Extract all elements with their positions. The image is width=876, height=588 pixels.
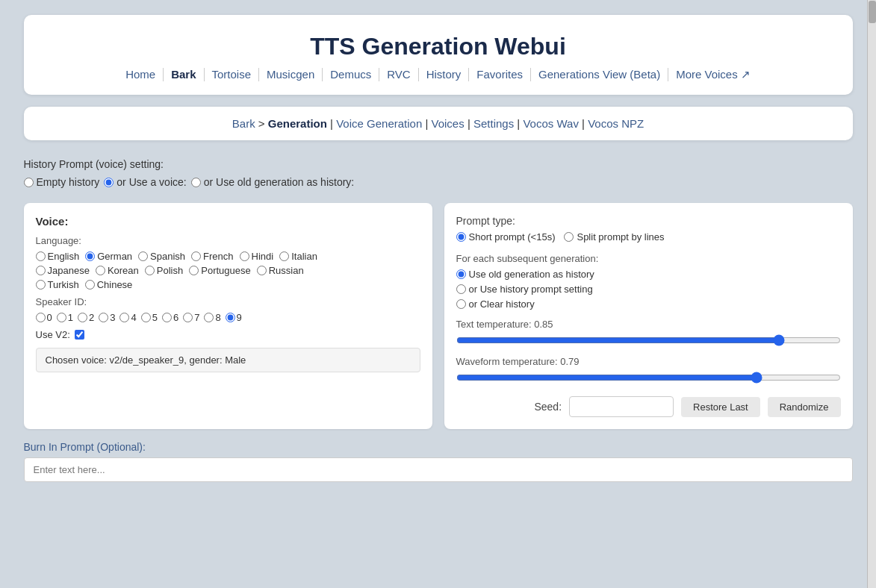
prompt-split-radio[interactable] — [564, 232, 574, 242]
nav-tortoise[interactable]: Tortoise — [205, 68, 260, 81]
lang-russian-radio[interactable] — [257, 266, 267, 275]
breadcrumb-bark[interactable]: Bark — [232, 117, 255, 130]
speaker-2-radio[interactable] — [78, 313, 87, 322]
use-v2-row: Use V2: — [36, 329, 420, 340]
history-old-gen-option[interactable]: or Use old generation as history: — [191, 176, 355, 188]
gen-clear-radio[interactable] — [456, 299, 466, 309]
lang-korean-radio[interactable] — [96, 266, 105, 275]
breadcrumb-vocos-wav[interactable]: Vocos Wav — [523, 117, 578, 130]
lang-turkish[interactable]: Turkish — [36, 279, 79, 290]
lang-hindi[interactable]: Hindi — [240, 251, 274, 262]
breadcrumb-generation: Generation — [268, 117, 327, 130]
lang-portuguese[interactable]: Portuguese — [189, 265, 251, 276]
lang-chinese[interactable]: Chinese — [85, 279, 133, 290]
lang-english[interactable]: English — [36, 251, 80, 262]
history-empty-radio[interactable] — [24, 178, 34, 187]
lang-russian[interactable]: Russian — [257, 265, 304, 276]
lang-english-radio[interactable] — [36, 251, 46, 261]
prompt-short-option[interactable]: Short prompt (<15s) — [456, 231, 556, 243]
nav-rvc[interactable]: RVC — [379, 68, 418, 81]
lang-french[interactable]: French — [191, 251, 233, 262]
gen-use-history-label: or Use history prompt setting — [469, 284, 593, 295]
lang-japanese-radio[interactable] — [36, 266, 46, 275]
use-v2-checkbox[interactable] — [75, 330, 84, 340]
gen-use-history-radio[interactable] — [456, 284, 466, 294]
lang-german-radio[interactable] — [85, 251, 95, 261]
gen-use-history-option[interactable]: or Use history prompt setting — [456, 284, 593, 295]
randomize-button[interactable]: Randomize — [768, 397, 841, 417]
lang-italian-radio[interactable] — [279, 251, 289, 261]
speaker-8-radio[interactable] — [204, 313, 214, 322]
burn-in-input[interactable] — [24, 457, 853, 482]
breadcrumb-vocos-npz[interactable]: Vocos NPZ — [588, 117, 644, 130]
restore-last-button[interactable]: Restore Last — [681, 397, 760, 417]
speaker-1[interactable]: 1 — [57, 312, 73, 323]
speaker-5[interactable]: 5 — [141, 312, 158, 323]
speaker-3[interactable]: 3 — [99, 312, 115, 323]
breadcrumb-arrow: > — [258, 117, 265, 130]
speaker-1-radio[interactable] — [57, 313, 66, 322]
lang-japanese[interactable]: Japanese — [36, 265, 90, 276]
lang-hindi-radio[interactable] — [240, 251, 249, 261]
history-use-voice-option[interactable]: or Use a voice: — [104, 176, 186, 188]
lang-polish[interactable]: Polish — [145, 265, 183, 276]
lang-italian[interactable]: Italian — [279, 251, 317, 262]
wave-temp-label: Waveform temperature: 0.79 — [456, 356, 841, 367]
speaker-6-radio[interactable] — [162, 313, 172, 322]
nav-history[interactable]: History — [419, 68, 470, 81]
speaker-7[interactable]: 7 — [183, 312, 199, 323]
breadcrumb-voices[interactable]: Voices — [432, 117, 465, 130]
lang-german[interactable]: German — [85, 251, 132, 262]
nav-more-voices[interactable]: More Voices ↗ — [668, 68, 758, 81]
prompt-type-options: Short prompt (<15s) Split prompt by line… — [456, 231, 841, 243]
speaker-9-radio[interactable] — [226, 313, 235, 322]
speaker-5-radio[interactable] — [141, 313, 151, 322]
speaker-4[interactable]: 4 — [119, 312, 136, 323]
history-old-gen-radio[interactable] — [191, 178, 201, 187]
history-empty-option[interactable]: Empty history — [24, 176, 100, 188]
speaker-9[interactable]: 9 — [226, 312, 242, 323]
lang-spanish-radio[interactable] — [138, 251, 148, 261]
speaker-8[interactable]: 8 — [204, 312, 220, 323]
breadcrumb-voice-generation[interactable]: Voice Generation — [336, 117, 422, 130]
speaker-0[interactable]: 0 — [36, 312, 52, 323]
breadcrumb-settings[interactable]: Settings — [473, 117, 514, 130]
speaker-6[interactable]: 6 — [162, 312, 178, 323]
gen-clear-option[interactable]: or Clear history — [456, 298, 535, 310]
lang-french-label: French — [203, 251, 233, 262]
wave-temp-slider[interactable] — [456, 372, 841, 384]
lang-japanese-label: Japanese — [48, 265, 90, 276]
gen-use-old-radio[interactable] — [456, 269, 466, 279]
prompt-short-radio[interactable] — [456, 232, 466, 242]
history-use-voice-radio[interactable] — [104, 178, 114, 187]
nav-musicgen[interactable]: Musicgen — [259, 68, 323, 81]
lang-portuguese-radio[interactable] — [189, 266, 199, 275]
right-panel: Prompt type: Short prompt (<15s) Split p… — [444, 203, 853, 429]
speaker-0-radio[interactable] — [36, 313, 46, 322]
lang-chinese-radio[interactable] — [85, 280, 95, 290]
lang-turkish-radio[interactable] — [36, 280, 46, 290]
history-prompt-options: Empty history or Use a voice: or Use old… — [24, 176, 853, 188]
lang-spanish[interactable]: Spanish — [138, 251, 185, 262]
nav-home[interactable]: Home — [118, 68, 164, 81]
history-empty-label: Empty history — [37, 176, 100, 188]
lang-french-radio[interactable] — [191, 251, 201, 261]
history-prompt-section: History Prompt (voice) setting: Empty hi… — [24, 152, 853, 197]
speaker-3-radio[interactable] — [99, 313, 108, 322]
speaker-7-radio[interactable] — [183, 313, 193, 322]
lang-korean[interactable]: Korean — [96, 265, 139, 276]
lang-hindi-label: Hindi — [252, 251, 274, 262]
speaker-2[interactable]: 2 — [78, 312, 94, 323]
speaker-4-radio[interactable] — [119, 313, 129, 322]
lang-polish-radio[interactable] — [145, 266, 155, 275]
nav-generations-view[interactable]: Generations View (Beta) — [531, 68, 668, 81]
nav-favorites[interactable]: Favorites — [469, 68, 531, 81]
seed-input[interactable]: 249585639 — [569, 396, 674, 417]
prompt-split-option[interactable]: Split prompt by lines — [564, 231, 664, 243]
text-temp-slider[interactable] — [456, 334, 841, 346]
text-temp-label: Text temperature: 0.85 — [456, 319, 841, 330]
gen-use-old-option[interactable]: Use old generation as history — [456, 269, 594, 280]
use-v2-label: Use V2: — [36, 329, 70, 340]
nav-demucs[interactable]: Demucs — [323, 68, 379, 81]
nav-bark[interactable]: Bark — [164, 68, 204, 81]
